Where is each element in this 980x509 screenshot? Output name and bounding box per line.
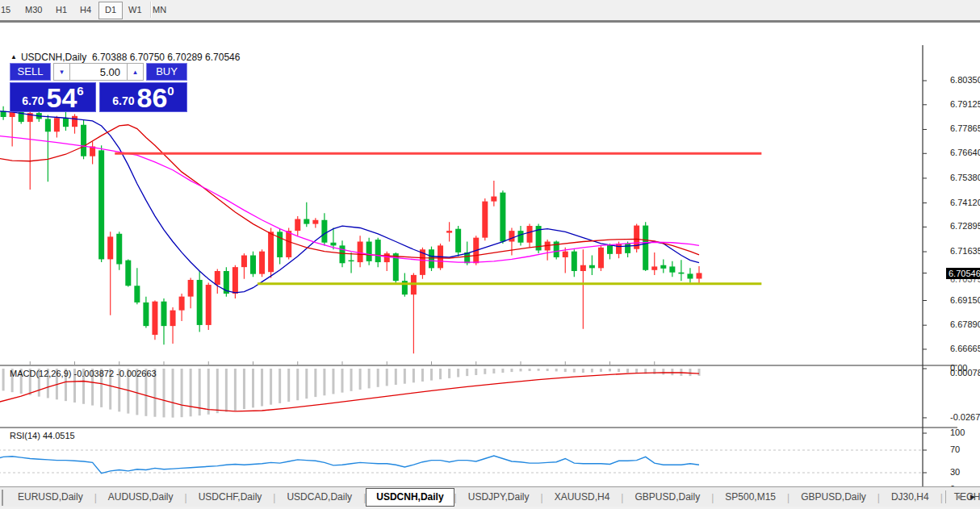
tab-scroll-left-icon[interactable]: ◄ bbox=[954, 492, 962, 501]
sell-price-big: 54 bbox=[47, 86, 77, 110]
sell-button[interactable]: SELL bbox=[10, 63, 51, 81]
price-axis-label: 6.71635 bbox=[950, 246, 980, 256]
price-axis-label: 6.76640 bbox=[950, 148, 980, 157]
volume-input[interactable] bbox=[69, 63, 128, 81]
symbol-marker-icon: ▲ bbox=[10, 53, 17, 60]
rsi-label: RSI(14) 44.0515 bbox=[10, 431, 75, 440]
buy-price-pip: 0 bbox=[167, 84, 174, 98]
tab-scroll-controls: ◄ ► bbox=[945, 486, 977, 507]
rsi-axis-label: 30 bbox=[950, 467, 960, 477]
mt4-window: 15M30H1H4D1W1MN ▲USDCNH,Daily 6.70388 6.… bbox=[0, 0, 980, 509]
timeframe-button-H4[interactable]: H4 bbox=[74, 2, 97, 18]
timeframe-button-D1[interactable]: D1 bbox=[98, 2, 123, 19]
rsi-axis-label: 70 bbox=[950, 444, 960, 454]
tab-GBPUSD,Daily[interactable]: GBPUSD,Daily bbox=[789, 487, 877, 507]
macd-axis-label: 0.000782 bbox=[950, 368, 980, 378]
buy-price-box[interactable]: 6.70 86 0 bbox=[99, 82, 187, 112]
price-axis-label: 6.74120 bbox=[950, 198, 980, 207]
timeframe-button-M30[interactable]: M30 bbox=[19, 2, 48, 18]
timeframe-button-H1[interactable]: H1 bbox=[50, 2, 73, 18]
price-axis-label: 6.69150 bbox=[950, 295, 980, 305]
tab-USDCAD,Daily[interactable]: USDCAD,Daily bbox=[275, 487, 363, 507]
tab-AUDUSD,Daily[interactable]: AUDUSD,Daily bbox=[97, 487, 185, 507]
price-axis-label: 6.79125 bbox=[950, 99, 980, 109]
volume-increase-button[interactable]: ▴ bbox=[127, 63, 144, 81]
tab-USDCHF,Daily[interactable]: USDCHF,Daily bbox=[187, 487, 274, 507]
price-axis-label: 6.66665 bbox=[950, 344, 980, 353]
volume-decrease-button[interactable]: ▾ bbox=[53, 63, 70, 81]
tab-USDJPY,Daily[interactable]: USDJPY,Daily bbox=[457, 487, 541, 507]
timeframe-button-15[interactable]: 15 bbox=[0, 2, 16, 18]
current-price-tag: 6.70546 bbox=[946, 268, 980, 279]
tabbar-corner bbox=[2, 490, 3, 506]
chart-quotes: 6.70388 6.70750 6.70289 6.70546 bbox=[92, 52, 241, 63]
chart-window[interactable]: ▲USDCNH,Daily 6.70388 6.70750 6.70289 6.… bbox=[0, 23, 980, 486]
price-axis-label: 6.77865 bbox=[950, 123, 980, 133]
chart-canvas[interactable] bbox=[0, 45, 980, 509]
price-axis-label: 6.75380 bbox=[950, 173, 980, 182]
toolbar-separator bbox=[150, 2, 152, 18]
timeframe-toolbar: 15M30H1H4D1W1MN bbox=[0, 0, 980, 20]
tab-XAUUSD,H4[interactable]: XAUUSD,H4 bbox=[543, 487, 622, 507]
sell-price-box[interactable]: 6.70 54 6 bbox=[10, 82, 96, 112]
tab-USDCNH,Daily[interactable]: USDCNH,Daily bbox=[366, 488, 454, 507]
tab-SP500,M15[interactable]: SP500,M15 bbox=[714, 487, 787, 507]
tab-DJ30,H4[interactable]: DJ30,H4 bbox=[880, 487, 940, 507]
tab-GBPUSD,Daily[interactable]: GBPUSD,Daily bbox=[623, 487, 711, 507]
sell-price-pip: 6 bbox=[77, 84, 83, 98]
macd-label: MACD(12,26,9) -0.003872 -0.002663 bbox=[10, 369, 157, 378]
chart-tab-bar: EURUSD,Daily|AUDUSD,Daily|USDCHF,Daily|U… bbox=[0, 486, 980, 507]
sell-price-prefix: 6.70 bbox=[22, 94, 44, 107]
price-axis-label: 6.67890 bbox=[950, 319, 980, 329]
timeframe-button-W1[interactable]: W1 bbox=[123, 2, 148, 18]
buy-button[interactable]: BUY bbox=[146, 63, 187, 81]
tab-scroll-separator bbox=[945, 490, 946, 503]
price-axis-label: 6.80350 bbox=[950, 75, 980, 85]
one-click-trade-panel: SELL ▾ ▴ BUY 6.70 54 6 6.70 86 0 bbox=[10, 63, 187, 113]
buy-price-prefix: 6.70 bbox=[112, 94, 134, 107]
buy-price-big: 86 bbox=[137, 86, 168, 110]
tab-EURUSD,Daily[interactable]: EURUSD,Daily bbox=[6, 487, 94, 507]
chart-title: USDCNH,Daily bbox=[21, 52, 86, 63]
rsi-axis-label: 100 bbox=[950, 428, 965, 437]
chart-header: ▲USDCNH,Daily 6.70388 6.70750 6.70289 6.… bbox=[10, 52, 240, 63]
macd-axis-label: -0.026721 bbox=[950, 412, 980, 422]
price-axis-label: 6.72895 bbox=[950, 221, 980, 231]
tab-scroll-right-icon[interactable]: ► bbox=[969, 492, 977, 501]
